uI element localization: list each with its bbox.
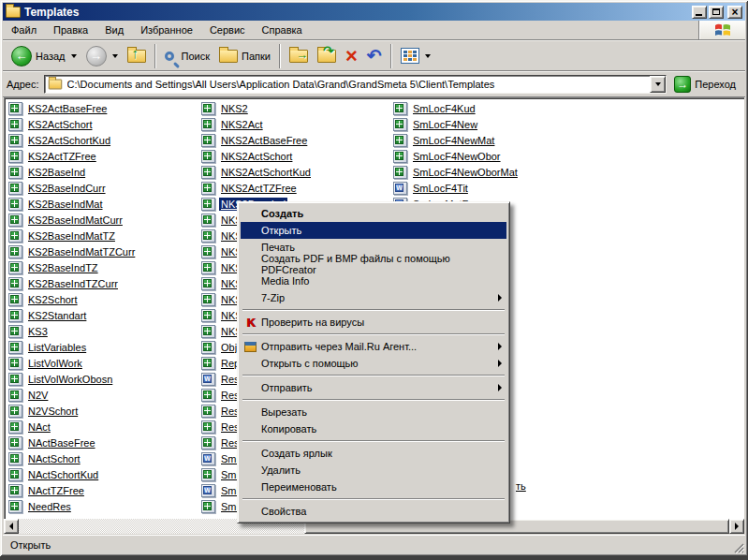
file-item[interactable]: KS2ActBaseFree (8, 100, 203, 116)
file-item[interactable]: KS2ActTZFree (8, 148, 203, 164)
excel-template-file-icon (8, 245, 22, 258)
file-item[interactable]: NAct (8, 419, 203, 435)
file-item[interactable]: SmLocF4Tit (393, 180, 599, 196)
file-item[interactable]: KS2ActSchortKud (8, 132, 203, 148)
file-item[interactable]: NActTZFree (8, 482, 203, 498)
file-item[interactable]: NKS2ActSchort (201, 148, 394, 164)
scroll-right-button[interactable] (729, 519, 744, 534)
file-item[interactable]: NActSchort (8, 450, 203, 466)
context-menu-item[interactable]: Вырезать (241, 404, 506, 420)
menu-Справка[interactable]: Справка (254, 22, 311, 38)
up-button[interactable]: ↑ (123, 43, 151, 69)
chevron-down-icon (655, 82, 661, 86)
file-item[interactable]: ListVolWorkObosn (8, 371, 203, 387)
file-item[interactable]: KS2BaseIndTZ (8, 259, 203, 275)
context-menu-item[interactable]: 7-Zip (241, 289, 506, 306)
word-template-file-icon (201, 484, 215, 497)
context-menu-item[interactable]: Отправить (241, 379, 506, 396)
menu-Сервис[interactable]: Сервис (201, 22, 254, 38)
forward-button[interactable]: → (81, 43, 123, 69)
undo-button[interactable]: ↶ (362, 43, 387, 69)
file-label: SmLocF4Tit (411, 182, 470, 195)
excel-template-file-icon (8, 309, 22, 322)
go-button[interactable]: → Переход (671, 75, 741, 94)
menu-Правка[interactable]: Правка (45, 22, 96, 38)
file-item[interactable]: SmLocF4Kud (393, 100, 599, 116)
scroll-left-button[interactable] (4, 519, 19, 534)
file-item[interactable]: KS2BaseIndMatTZ (8, 228, 203, 243)
file-item[interactable]: KS2BaseIndMat (8, 196, 203, 212)
file-label: NKS2 (219, 102, 250, 115)
title-bar[interactable]: Templates × (3, 3, 745, 21)
context-menu-item[interactable]: Копировать (241, 420, 506, 437)
address-dropdown-button[interactable] (650, 76, 666, 93)
move-to-button[interactable]: → (285, 43, 313, 69)
context-menu-label: Копировать (261, 423, 316, 435)
file-item[interactable]: KS2BaseInd (8, 164, 203, 180)
context-menu-item[interactable]: Отправить через Mail.Ru Агент... (241, 338, 506, 355)
file-item[interactable]: KS3 (8, 323, 203, 339)
menu-Вид[interactable]: Вид (96, 22, 132, 38)
file-item[interactable]: N2VSchort (8, 403, 203, 419)
file-item[interactable]: KS2Schort (8, 291, 203, 307)
file-item[interactable]: KS2BaseIndCurr (8, 180, 203, 196)
excel-template-file-icon (393, 134, 407, 147)
context-menu-item[interactable]: Переименовать (241, 479, 506, 495)
file-item[interactable]: KS2BaseIndTZCurr (8, 275, 203, 291)
file-label: KS3 (26, 325, 50, 338)
file-item[interactable]: N2V (8, 387, 203, 403)
file-item[interactable]: KS2ActSchort (8, 116, 203, 132)
file-item[interactable]: NKS2ActBaseFree (201, 132, 394, 148)
excel-template-file-icon (8, 420, 22, 434)
excel-template-file-icon (201, 293, 215, 306)
file-item[interactable]: SmLocF4NewObor (393, 148, 599, 164)
forward-dropdown-icon[interactable] (112, 54, 118, 58)
excel-template-file-icon (8, 357, 22, 370)
file-item[interactable]: NKS2ActSchortKud (201, 164, 394, 180)
context-menu-item[interactable]: Свойства (241, 503, 506, 520)
search-button[interactable]: Поиск (160, 43, 214, 69)
file-item[interactable]: SmLocF4New (393, 116, 599, 132)
address-value[interactable]: C:\Documents and Settings\All Users\Appl… (67, 79, 651, 90)
excel-template-file-icon (201, 500, 215, 513)
maximize-button[interactable] (709, 6, 724, 19)
file-item[interactable]: NActBaseFree (8, 435, 203, 450)
file-item[interactable]: KS2Standart (8, 307, 203, 323)
address-combo[interactable]: C:\Documents and Settings\All Users\Appl… (44, 75, 667, 94)
file-item[interactable]: SmLocF4NewOborMat (393, 164, 599, 180)
minimize-icon (696, 14, 702, 16)
context-menu-item[interactable]: Создать PDF и BMP файлы с помощью PDFCre… (241, 256, 506, 273)
back-dropdown-icon[interactable] (71, 54, 77, 58)
context-menu-item[interactable]: Media Info (241, 273, 506, 289)
context-menu-item[interactable]: KПроверить на вирусы (241, 314, 506, 331)
folders-button[interactable]: Папки (214, 43, 275, 69)
context-menu-item[interactable]: Открыть (241, 222, 506, 239)
file-item[interactable]: NKS2ActTZFree (201, 180, 394, 196)
file-item[interactable]: NeedRes (8, 498, 203, 514)
file-label: NActSchortKud (26, 468, 100, 481)
file-item[interactable]: KS2BaseIndMatTZCurr (8, 243, 203, 259)
views-dropdown-icon[interactable] (425, 54, 431, 58)
copy-to-button[interactable]: ↷ (313, 43, 341, 69)
resize-grip[interactable] (732, 541, 744, 553)
close-button[interactable]: × (727, 6, 742, 19)
file-item[interactable]: NKS2 (201, 100, 394, 116)
minimize-button[interactable] (692, 6, 707, 19)
context-menu-item[interactable]: Создать (241, 205, 506, 222)
menu-Избранное[interactable]: Избранное (132, 22, 201, 38)
file-item[interactable]: NKS2Act (201, 116, 394, 132)
context-menu-item[interactable]: Удалить (241, 462, 506, 479)
views-button[interactable] (396, 43, 435, 69)
delete-button[interactable]: × (341, 43, 362, 69)
file-item[interactable]: SmLocF4NewMat (393, 132, 599, 148)
file-item[interactable]: ListVariables (8, 339, 203, 355)
excel-template-file-icon (201, 118, 215, 131)
context-menu-item[interactable]: Создать ярлык (241, 445, 506, 462)
back-button[interactable]: ← Назад (7, 43, 81, 69)
file-item[interactable]: ListVolWork (8, 355, 203, 371)
context-menu-item[interactable]: Открыть с помощью (241, 355, 506, 372)
views-icon (401, 48, 419, 64)
menu-Файл[interactable]: Файл (3, 22, 45, 38)
file-item[interactable]: KS2BaseIndMatCurr (8, 212, 203, 228)
file-item[interactable]: NActSchortKud (8, 466, 203, 482)
